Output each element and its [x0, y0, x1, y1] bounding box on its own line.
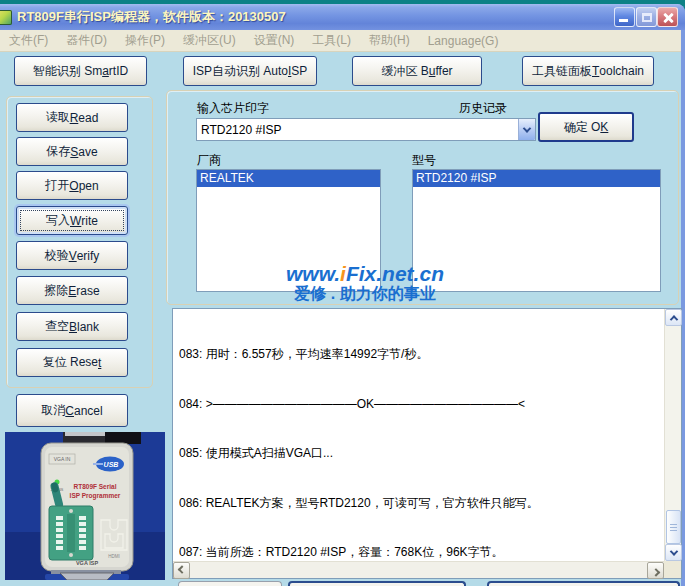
photo-usb-logo: USB — [104, 461, 119, 468]
open-button[interactable]: 打开 Open — [16, 171, 128, 200]
combo-dropdown-button[interactable] — [518, 119, 535, 140]
partial-button[interactable] — [288, 581, 466, 586]
reset-button[interactable]: 复位 Reset — [16, 348, 128, 377]
partial-button[interactable] — [487, 581, 680, 586]
scroll-left-button[interactable] — [173, 562, 190, 579]
chevron-left-icon — [177, 565, 185, 573]
write-button[interactable]: 写入 Write — [16, 206, 128, 235]
history-label: 历史记录 — [459, 100, 507, 117]
vertical-scrollbar[interactable] — [664, 309, 681, 561]
scroll-up-button[interactable] — [665, 309, 682, 326]
photo-vga-in-label: VGA IN — [54, 456, 71, 462]
log-line: 083: 用时：6.557秒，平均速率14992字节/秒。 — [179, 346, 661, 363]
partial-widget[interactable] — [178, 581, 282, 586]
log-output[interactable]: 083: 用时：6.557秒，平均速率14992字节/秒。 084: >————… — [172, 308, 682, 579]
buffer-button[interactable]: 缓冲区 Buffer — [352, 56, 482, 86]
save-button[interactable]: 保存 Save — [16, 137, 128, 166]
vendor-label: 厂商 — [197, 152, 221, 169]
log-text: 083: 用时：6.557秒，平均速率14992字节/秒。 084: >————… — [179, 313, 661, 560]
device-photo-art: VGA IN USB Status RT809F Serial ISP Prog… — [5, 432, 165, 580]
log-line: 087: 当前所选：RTD2120 #ISP，容量：768K位，96K字节。 — [179, 544, 661, 560]
read-button[interactable]: 读取 Read — [16, 103, 128, 132]
photo-vga-isp-label: VGA ISP — [76, 560, 98, 566]
device-photo: VGA IN USB Status RT809F Serial ISP Prog… — [5, 432, 165, 580]
chevron-right-icon — [651, 568, 659, 576]
model-label: 型号 — [412, 152, 436, 169]
watermark-url: www.iFix.net.cn — [235, 262, 495, 286]
verify-button[interactable]: 校验 Verify — [16, 241, 128, 270]
log-line: 084: >————————————OK————————————< — [179, 396, 661, 413]
cancel-button[interactable]: 取消 Cancel — [16, 394, 128, 427]
photo-hdmi-label: HDMI — [108, 554, 120, 559]
blank-button[interactable]: 查空 Blank — [16, 312, 128, 341]
watermark-www: www. — [286, 262, 340, 285]
log-line: 085: 使用模式A扫描VGA口... — [179, 445, 661, 462]
chip-input-label: 输入芯片印字 — [197, 100, 269, 117]
chevron-down-icon — [523, 124, 531, 132]
photo-title-line2: ISP Programmer — [70, 492, 121, 500]
toolchain-button[interactable]: 工具链面板 Toolchain — [522, 56, 654, 86]
watermark-rest: Fix.net.cn — [346, 262, 444, 285]
log-line: 086: REALTEK方案，型号RTD2120，可读可写，官方软件只能写。 — [179, 495, 661, 512]
watermark-slogan: 爱修 . 助力你的事业 — [235, 284, 495, 305]
photo-title-line1: RT809F Serial — [74, 483, 117, 490]
vendor-selected-item[interactable]: REALTEK — [197, 170, 380, 187]
horizontal-scrollbar[interactable] — [173, 561, 664, 578]
erase-button[interactable]: 擦除 Erase — [16, 276, 128, 305]
smartid-button[interactable]: 智能识别 SmartID — [14, 56, 147, 86]
scroll-right-button[interactable] — [647, 562, 664, 579]
model-selected-item[interactable]: RTD2120 #ISP — [413, 170, 660, 187]
desktop: RT809F串行ISP编程器，软件版本：20130507 文件(F) 器件(D)… — [0, 0, 685, 586]
chevron-down-icon — [669, 547, 677, 555]
vertical-scroll-thumb[interactable] — [666, 510, 681, 544]
chevron-up-icon — [669, 315, 677, 323]
scrollbar-corner — [664, 561, 681, 578]
ok-button[interactable]: 确定 OK — [538, 112, 634, 142]
chip-input-combobox[interactable]: RTD2120 #ISP — [196, 118, 536, 141]
scroll-down-button[interactable] — [665, 544, 682, 561]
chip-input-value[interactable]: RTD2120 #ISP — [197, 123, 518, 137]
autoisp-button[interactable]: ISP自动识别 AutoISP — [183, 56, 317, 86]
